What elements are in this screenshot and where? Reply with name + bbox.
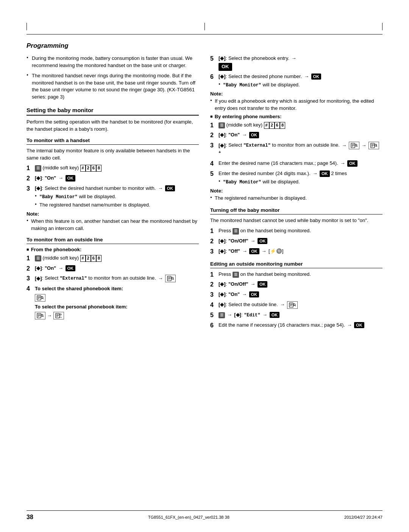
step-content: [◈]: "On/Off" → OK: [219, 281, 382, 288]
step-num: 4: [210, 301, 219, 309]
from-phonebook-label: From the phonebook:: [27, 247, 199, 252]
key-8e: 8: [280, 122, 285, 129]
ok-box: OK: [258, 281, 268, 287]
subsection-to-monitor-outside: To monitor from an outside line: [27, 237, 199, 244]
step-content: [◈]: Select the phonebook entry. → OK: [219, 55, 382, 71]
section-setting-baby-monitor: Setting the baby monitor: [27, 107, 199, 116]
ok-box: OK: [354, 322, 364, 328]
step-content: ☰ (middle soft key) #268: [35, 164, 199, 172]
step-content: ☰ (middle soft key) #268: [219, 122, 382, 129]
nav-icon: [◈]: [219, 301, 226, 308]
ok-box: OK: [270, 312, 280, 318]
step-2-outside: 2 [◈]: "On" → OK: [27, 265, 199, 273]
step-1-turning: 1 Press ☰ on the handset being monitored…: [210, 227, 382, 235]
ok-box: OK: [249, 291, 259, 297]
step-content: [◈]: Select "External" to monitor from a…: [219, 142, 382, 158]
key-2b: 2: [86, 255, 91, 262]
step-content: [◈]: "Off" → OK → [⚡🔘]: [219, 248, 382, 255]
footer-date: 2012/04/27 20:24:47: [344, 515, 382, 519]
key-6: 6: [91, 165, 96, 172]
step-1-editing: 1 Press ☰ on the handset being monitored…: [210, 271, 382, 279]
key-8: 8: [96, 165, 101, 172]
svg-line-5: [173, 279, 174, 280]
ok-box: OK: [165, 185, 175, 191]
svg-line-11: [43, 298, 44, 299]
step-1-outside: 1 ☰ (middle soft key) #268: [27, 255, 199, 263]
step-content: Enter the desired number (24 digits max.…: [219, 170, 382, 186]
note-item-entering: The registered name/number is displayed.: [210, 195, 382, 202]
nav-icon: [◈]: [35, 185, 42, 192]
step-5-entering: 5 Enter the desired number (24 digits ma…: [210, 170, 382, 186]
step-5-right: 5 [◈]: Select the phonebook entry. → OK: [210, 55, 382, 71]
phonebook-icon-edit: [287, 301, 298, 309]
nav-icon: [◈]: [219, 248, 226, 255]
turning-off-desc: The monitored handset cannot be used whi…: [210, 217, 382, 224]
phonebook-icon-3b: [368, 142, 379, 149]
subsection-to-monitor-handset: To monitor with a handset: [27, 138, 199, 145]
footer-doc: TG8551_61FX_(en-en)_0427_ver021.38 38: [148, 515, 229, 519]
step-num: 4: [27, 285, 35, 293]
step-4-editing: 4 [◈]: Select the outside line. →: [210, 301, 382, 309]
step-num: 1: [27, 255, 35, 263]
step-3-editing: 3 [◈]: "On" → OK: [210, 291, 382, 299]
nav-icon: [◈]: [35, 175, 42, 182]
note-label-entering: Note:: [210, 188, 382, 194]
step-content: [◈]: Select "External" to monitor from a…: [35, 275, 199, 282]
svg-point-22: [60, 314, 61, 315]
nav-icon: [◈]: [234, 311, 241, 319]
subsection-editing-outside: Editing an outside monitoring number: [210, 261, 382, 268]
step-num: 3: [210, 142, 219, 150]
note-label-right: Note:: [210, 91, 382, 97]
ok-box: OK: [311, 74, 322, 80]
nav-icon: [◈]: [35, 275, 42, 282]
phonebook-personal-icon-2: [53, 312, 64, 319]
sub-bullet-1: "Baby Monitor" will be displayed.: [35, 193, 199, 200]
nav-icon: [◈]: [219, 73, 226, 80]
step-num: 2: [210, 131, 219, 139]
right-column: 5 [◈]: Select the phonebook entry. → OK …: [210, 55, 382, 332]
step-content: To select the shared phonebook item:: [35, 285, 199, 322]
note-item-handset: When this feature is on, another handset…: [27, 218, 199, 232]
setting-baby-monitor-desc: Perform the setting operation with the h…: [27, 119, 199, 133]
step-num: 2: [210, 238, 219, 246]
step-content: [◈]: "On/Off" → OK: [219, 238, 382, 245]
page: Programming During the monitoring mode, …: [0, 0, 409, 532]
svg-point-39: [293, 304, 295, 305]
intro-bullets: During the monitoring mode, battery cons…: [27, 55, 199, 101]
step-1-entering: 1 ☰ (middle soft key) #268: [210, 122, 382, 130]
step-num: 5: [210, 55, 219, 63]
personal-phonebook-item: To select the personal phonebook item:: [35, 303, 199, 321]
step-content: [◈]: "On" → OK: [219, 291, 382, 298]
step-num: 6: [210, 73, 219, 81]
step-5-editing: 5 ☰ → [◈]: "Edit" → OK: [210, 311, 382, 319]
ok-box: OK: [347, 160, 357, 166]
ok-box: OK: [66, 175, 76, 181]
to-monitor-handset-desc: The internal baby monitor feature is onl…: [27, 147, 199, 162]
ok-box: OK: [249, 248, 259, 254]
ok-box: OK: [320, 171, 330, 177]
step-num: 3: [210, 248, 219, 256]
svg-point-10: [41, 296, 43, 298]
svg-line-34: [376, 146, 377, 147]
step-2-editing: 2 [◈]: "On/Off" → OK: [210, 281, 382, 289]
sub-bullet-baby: "Baby Monitor" will be displayed.: [219, 81, 382, 89]
step-content: Edit the name if necessary (16 character…: [219, 322, 382, 329]
svg-point-27: [355, 144, 357, 146]
key-6e: 6: [275, 122, 280, 129]
step-3-entering: 3 [◈]: Select "External" to monitor from…: [210, 142, 382, 158]
menu-icon: ☰: [233, 228, 239, 235]
step-4-outside: 4 To select the shared phonebook item:: [27, 285, 199, 322]
step-num: 2: [27, 175, 35, 183]
step-3-outside: 3 [◈]: Select "External" to monitor from…: [27, 275, 199, 283]
svg-point-33: [375, 144, 377, 146]
nav-icon: [◈]: [219, 55, 226, 62]
sub-bullet-baby2: "Baby Monitor" will be displayed.: [219, 178, 382, 186]
step-2-turning: 2 [◈]: "On/Off" → OK: [210, 238, 382, 246]
phonebook-icon-3a: [349, 142, 359, 149]
step-num: 1: [210, 122, 219, 130]
step-content: [◈]: Select the outside line. →: [219, 301, 382, 309]
step-content: [◈]: Select the desired handset number t…: [35, 185, 199, 209]
step-6-editing: 6 Edit the name if necessary (16 charact…: [210, 322, 382, 330]
key-hash-e: #: [264, 122, 269, 129]
step-content: ☰ (middle soft key) #268: [35, 255, 199, 262]
